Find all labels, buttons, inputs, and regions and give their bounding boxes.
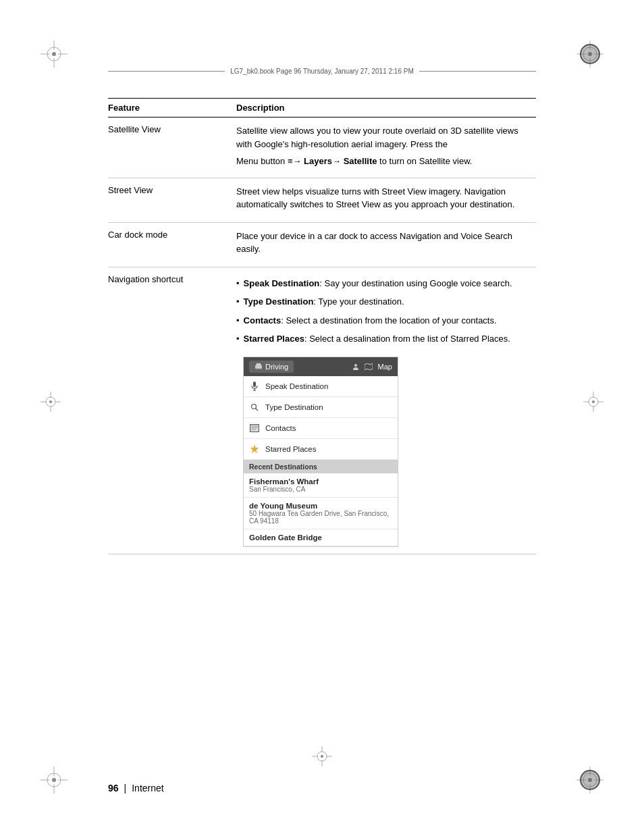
driving-button: Driving <box>249 361 294 373</box>
feature-desc-cardock: Place your device in a car dock to acces… <box>223 222 536 267</box>
table-row-nav: Navigation shortcut Speak Destination: S… <box>108 267 536 554</box>
svg-point-31 <box>49 400 52 403</box>
svg-point-43 <box>321 755 323 758</box>
bullet-contacts: Contacts: Select a destination from the … <box>236 311 529 330</box>
recent-item-2: de Young Museum 50 Hagwara Tea Garden Dr… <box>244 498 398 529</box>
mic-icon <box>249 381 260 392</box>
phone-menu-contacts: Contacts <box>244 418 398 439</box>
corner-crosshair-br <box>576 766 603 793</box>
place-name-3: Golden Gate Bridge <box>249 533 392 542</box>
feature-name-satellite: Satellite View <box>108 118 223 178</box>
contacts-label: Contacts <box>265 424 296 432</box>
star-icon <box>249 444 260 454</box>
type-dest-label: Type Destination <box>265 403 323 411</box>
contacts-icon <box>249 423 260 434</box>
mid-crosshair-left <box>41 392 61 412</box>
cardock-desc: Place your device in a car dock to acces… <box>236 230 529 256</box>
car-icon <box>254 363 263 370</box>
search-icon <box>249 402 260 413</box>
phone-menu-type: Type Destination <box>244 397 398 418</box>
place-addr-1: San Francisco, CA <box>249 486 392 493</box>
svg-rect-57 <box>251 425 258 427</box>
feature-desc-street: Street view helps visualize turns with S… <box>223 178 536 222</box>
svg-point-46 <box>256 368 257 369</box>
svg-line-54 <box>256 408 259 411</box>
starred-label: Starred Places <box>265 445 316 453</box>
footer-section: Internet <box>132 783 163 793</box>
header-line-left <box>108 71 225 72</box>
feature-name-nav: Navigation shortcut <box>108 267 223 554</box>
nav-bullet-list: Speak Destination: Say your destination … <box>236 274 529 348</box>
recent-item-3: Golden Gate Bridge <box>244 529 398 546</box>
driving-label: Driving <box>265 363 288 371</box>
feature-name-street: Street View <box>108 178 223 222</box>
feature-desc-satellite: Satellite view allows you to view your r… <box>223 118 536 178</box>
speak-dest-label: Speak Destination <box>265 382 328 390</box>
svg-point-18 <box>52 778 56 782</box>
place-name-1: Fisherman's Wharf <box>249 477 392 486</box>
svg-point-5 <box>52 52 56 56</box>
mid-crosshair-right <box>583 392 603 412</box>
recent-item-1: Fisherman's Wharf San Francisco, CA <box>244 473 398 498</box>
svg-point-37 <box>592 400 595 403</box>
corner-crosshair-tl <box>41 41 68 68</box>
col-feature-header: Feature <box>108 99 223 118</box>
svg-rect-58 <box>251 427 258 428</box>
person-icon <box>352 363 359 370</box>
street-desc: Street view helps visualize turns with S… <box>236 185 529 211</box>
svg-marker-49 <box>365 363 373 370</box>
place-addr-2: 50 Hagwara Tea Garden Drive, San Francis… <box>249 510 392 525</box>
satellite-desc1: Satellite view allows you to view your r… <box>236 124 529 151</box>
footer-separator: | <box>124 783 127 793</box>
table-row-cardock: Car dock mode Place your device in a car… <box>108 222 536 267</box>
svg-rect-59 <box>251 429 256 430</box>
page-footer: 96 | Internet <box>108 783 536 793</box>
bullet-type: Type Destination: Type your destination. <box>236 292 529 311</box>
svg-point-53 <box>252 404 257 409</box>
table-row-street: Street View Street view helps visualize … <box>108 178 536 222</box>
satellite-menu-instruction: Menu button ≡→ Layers→ Satellite to turn… <box>236 155 529 168</box>
page-number: 96 <box>108 783 119 793</box>
col-description-header: Description <box>223 99 536 118</box>
svg-rect-50 <box>253 382 256 387</box>
phone-screenshot: Driving Map <box>243 357 398 547</box>
phone-menu-starred: Starred Places <box>244 439 398 460</box>
feature-name-cardock: Car dock mode <box>108 222 223 267</box>
header-line-right <box>419 71 536 72</box>
phone-top-bar: Driving Map <box>244 357 398 376</box>
phone-menu-speak: Speak Destination <box>244 376 398 397</box>
main-content: Feature Description Satellite View Satel… <box>108 98 536 753</box>
bullet-speak: Speak Destination: Say your destination … <box>236 274 529 293</box>
map-button: Map <box>352 363 392 371</box>
map-label: Map <box>378 363 392 371</box>
feature-desc-nav: Speak Destination: Say your destination … <box>223 267 536 554</box>
corner-crosshair-bl <box>41 766 68 793</box>
feature-table: Feature Description Satellite View Satel… <box>108 98 536 554</box>
svg-rect-44 <box>255 365 262 369</box>
svg-point-47 <box>260 368 261 369</box>
header-text: LG7_bk0.book Page 96 Thursday, January 2… <box>230 68 413 75</box>
table-row-satellite: Satellite View Satellite view allows you… <box>108 118 536 178</box>
svg-point-48 <box>354 364 357 367</box>
map-icon <box>365 363 373 370</box>
svg-marker-45 <box>256 363 261 365</box>
place-name-2: de Young Museum <box>249 502 392 510</box>
recent-header: Recent Destinations <box>244 460 398 473</box>
page-header: LG7_bk0.book Page 96 Thursday, January 2… <box>108 68 536 75</box>
bullet-starred: Starred Places: Select a desalination fr… <box>236 330 529 348</box>
corner-crosshair-tr <box>576 41 603 68</box>
svg-marker-60 <box>250 444 259 453</box>
